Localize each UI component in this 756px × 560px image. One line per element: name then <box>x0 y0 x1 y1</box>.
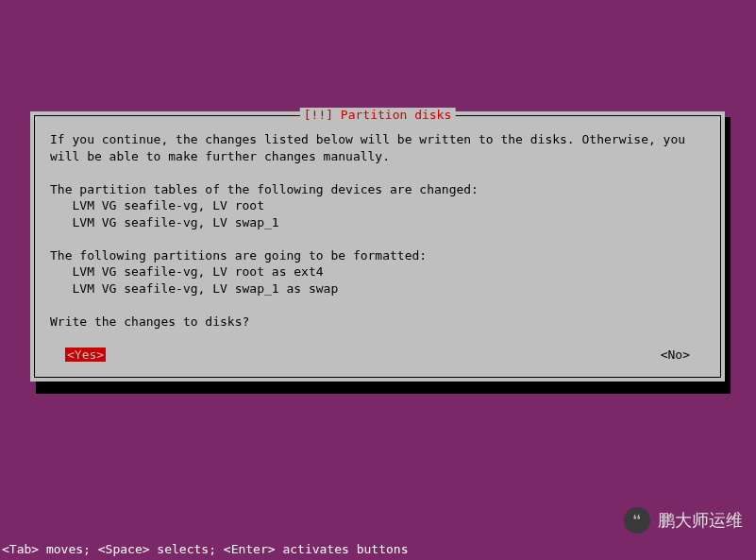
button-row: <Yes> <No> <box>50 348 705 362</box>
dialog-body: If you continue, the changes listed belo… <box>50 131 705 331</box>
watermark: ❝ 鹏大师运维 <box>624 507 743 534</box>
watermark-text: 鹏大师运维 <box>658 509 743 532</box>
partition-dialog: [!!] Partition disks If you continue, th… <box>30 111 725 382</box>
no-button[interactable]: <No> <box>661 348 690 362</box>
changed-devices-header: The partition tables of the following de… <box>50 182 479 196</box>
dialog-para1: If you continue, the changes listed belo… <box>50 132 693 163</box>
format-partition-2: LVM VG seafile-vg, LV swap_1 as swap <box>50 281 338 296</box>
dialog-title: [!!] Partition disks <box>300 108 456 122</box>
changed-device-1: LVM VG seafile-vg, LV root <box>50 198 264 212</box>
wechat-icon: ❝ <box>624 507 650 534</box>
format-partition-1: LVM VG seafile-vg, LV root as ext4 <box>50 264 324 279</box>
format-partitions-header: The following partitions are going to be… <box>50 248 427 263</box>
dialog-frame: [!!] Partition disks If you continue, th… <box>34 115 721 378</box>
changed-device-2: LVM VG seafile-vg, LV swap_1 <box>50 215 279 229</box>
help-bar: <Tab> moves; <Space> selects; <Enter> ac… <box>2 542 408 556</box>
write-prompt: Write the changes to disks? <box>50 314 249 329</box>
yes-button[interactable]: <Yes> <box>65 348 106 362</box>
